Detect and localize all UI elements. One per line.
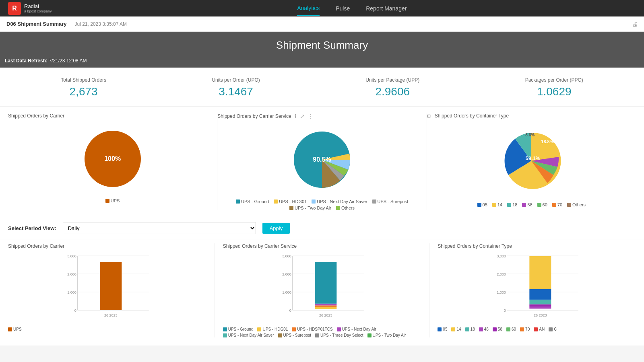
svg-rect-24 (315, 304, 336, 306)
bar-ct-c: C (549, 327, 557, 331)
data-refresh-bar: Last Data Refresh: 7/21/23 12:08 AM (0, 56, 644, 68)
nav-report-manager[interactable]: Report Manager (366, 1, 407, 16)
bar-svc-hdsp: UPS - HDSP01TCS (292, 327, 332, 331)
container-pie-title: Shipped Orders by Container Type (435, 113, 509, 119)
bar-svc-surepost: UPS - Surepost (278, 333, 311, 337)
bar-divider-1 (215, 243, 215, 337)
bar-lbl-70: 70 (525, 327, 530, 331)
svg-text:26 2023: 26 2023 (104, 313, 118, 317)
legend-twoday: UPS - Two Day Air (289, 206, 331, 210)
period-select[interactable]: Daily Weekly Monthly (63, 222, 256, 234)
bar-svc-ground: UPS - Ground (223, 327, 254, 331)
legend-label-14: 14 (497, 202, 502, 207)
bar-ct-70: 70 (520, 327, 530, 331)
legend-label-05: 05 (483, 202, 487, 207)
breadcrumb-date: Jul 21, 2023 3:35:07 AM (75, 21, 127, 27)
svg-text:3,000: 3,000 (497, 254, 506, 258)
nav-pulse[interactable]: Pulse (336, 1, 350, 16)
legend-label-hdg01: UPS - HDG01 (279, 199, 307, 204)
info-icon[interactable]: ℹ (294, 113, 297, 119)
apply-button[interactable]: Apply (262, 223, 290, 234)
legend-others-svc: Others (336, 206, 355, 210)
logo-text: Radial a bpost company (24, 3, 52, 14)
legend-nday-saver: UPS - Next Day Air Saver (312, 199, 367, 204)
bar-container-svg: 3,000 2,000 1,000 0 26 2023 (438, 252, 636, 325)
legend-label-others-ct: Others (572, 202, 586, 207)
bar-dot-58 (493, 327, 497, 331)
bar-dot-3day (315, 333, 319, 337)
report-title: Shipment Summary (0, 39, 644, 51)
bar-lbl-60: 60 (512, 327, 516, 331)
legend-label-others-svc: Others (341, 206, 355, 210)
stat-upp-value: 2.9606 (365, 85, 419, 98)
bar-legend-ups: UPS (8, 327, 22, 331)
bar-dot-70 (520, 327, 524, 331)
stat-total-value: 2,673 (61, 85, 106, 98)
carrier-pie-chart: 100% (80, 127, 145, 191)
carrier-pie-col: Shipped Orders by Carrier 100% UPS (8, 113, 217, 210)
bar-service-title: Shipped Orders by Carrier Service (223, 243, 421, 249)
legend-dot-ups (105, 199, 109, 203)
more-icon[interactable]: ⋮ (307, 113, 314, 119)
bar-dot-an (534, 327, 538, 331)
bar-legend-label-ups: UPS (13, 327, 22, 331)
print-icon[interactable]: 🖨 (632, 21, 638, 27)
svg-text:1,000: 1,000 (282, 290, 291, 294)
bar-ct-05: 05 (438, 327, 447, 331)
bar-ct-18: 18 (465, 327, 475, 331)
svg-text:26 2023: 26 2023 (534, 313, 547, 317)
nav-links: Analytics Pulse Report Manager (68, 1, 636, 16)
stat-total-label: Total Shipped Orders (61, 77, 106, 83)
refresh-label: Last Data Refresh: (5, 58, 47, 64)
legend-label-surepost: UPS - Surepost (378, 199, 408, 204)
legend-dot-14 (492, 203, 496, 207)
bar-lbl-c: C (554, 327, 557, 331)
carrier-legend: UPS (105, 198, 120, 203)
bar-lbl-58: 58 (498, 327, 502, 331)
bar-container-col: Shipped Orders by Container Type 3,000 2… (433, 243, 640, 337)
legend-dot-18 (507, 203, 511, 207)
bar-lbl-05: 05 (443, 327, 447, 331)
stat-upp: Units per Package (UPP) 2.9606 (365, 77, 419, 98)
logo-icon: R (8, 2, 21, 15)
expand-icon[interactable]: ⤢ (299, 113, 305, 119)
container-pct-188: 18.8% (541, 139, 553, 144)
bar-service-chart: 3,000 2,000 1,000 0 26 2023 (223, 252, 421, 325)
bar-lbl-48: 48 (484, 327, 489, 331)
legend-label-70: 70 (557, 202, 562, 207)
bar-dot-surepost (278, 333, 282, 337)
bar-dot-hdsp (292, 327, 296, 331)
stat-ppo-label: Packages per Order (PPO) (525, 77, 583, 83)
report-header: Shipment Summary (0, 32, 644, 56)
legend-label-58: 58 (527, 202, 532, 207)
legend-dot-surepost (372, 200, 376, 204)
svg-rect-25 (315, 262, 336, 304)
svg-rect-23 (315, 305, 336, 307)
svg-text:3,000: 3,000 (67, 254, 76, 258)
period-section: Select Period View: Daily Weekly Monthly… (0, 217, 644, 239)
bar-container-title: Shipped Orders by Container Type (438, 243, 636, 249)
service-pie-title: Shipped Orders by Carrier Service (217, 113, 291, 119)
legend-70: 70 (552, 202, 562, 207)
svg-rect-40 (530, 289, 551, 300)
bar-lbl-hdsp: UPS - HDSP01TCS (297, 327, 332, 331)
svg-text:2,000: 2,000 (497, 272, 506, 276)
container-pie-header: ⊞ Shipped Orders by Container Type (427, 113, 509, 119)
stat-total-shipped: Total Shipped Orders 2,673 (61, 77, 106, 98)
svg-rect-10 (100, 262, 122, 310)
bar-ct-48: 48 (479, 327, 489, 331)
nav-analytics[interactable]: Analytics (297, 1, 320, 16)
carrier-pie-pct: 100% (104, 155, 121, 162)
legend-label-ups: UPS (111, 198, 120, 203)
bar-svc-hdg01: UPS - HDG01 (257, 327, 288, 331)
stat-upp-label: Units per Package (UPP) (365, 77, 419, 83)
breadcrumb-title: D06 Shipment Summary (6, 21, 67, 27)
bar-lbl-2day: UPS - Two Day Air (373, 333, 406, 337)
bar-lbl-ground: UPS - Ground (228, 327, 254, 331)
svg-text:0: 0 (504, 309, 506, 313)
svg-rect-37 (530, 306, 551, 309)
bar-container-chart: 3,000 2,000 1,000 0 26 2023 (438, 252, 636, 325)
stat-upo-label: Units per Order (UPO) (212, 77, 260, 83)
svg-text:1,000: 1,000 (67, 290, 76, 294)
bar-carrier-title: Shipped Orders by Carrier (8, 243, 206, 249)
